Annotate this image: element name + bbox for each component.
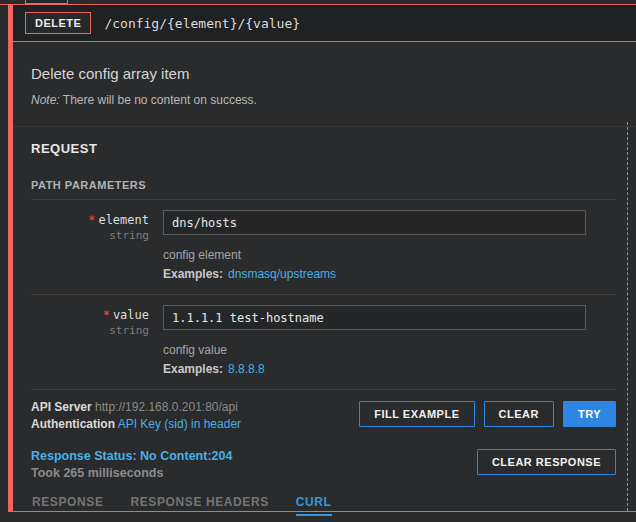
api-server-line: API Server http://192.168.0.201:80/api (31, 399, 241, 416)
focus-dashed-border (627, 122, 628, 511)
response-took-text: Took 265 milliseconds (31, 466, 232, 480)
authentication-line: Authentication API Key (sid) in header (31, 416, 241, 433)
tab-response[interactable]: RESPONSE (32, 495, 104, 516)
element-input[interactable] (163, 210, 586, 235)
endpoint-bottom-divider (8, 511, 636, 512)
request-section-title: REQUEST (31, 141, 636, 156)
note-label: Note: (31, 93, 60, 107)
param-main-element: config element Examples:dnsmasq/upstream… (163, 210, 616, 281)
param-name: *element (31, 213, 149, 227)
example-link-value[interactable]: 8.8.8.8 (228, 362, 265, 376)
endpoint-summary-bar[interactable]: DELETE /config/{element}/{value} (13, 5, 636, 42)
required-asterisk: * (103, 308, 110, 322)
param-type: string (31, 229, 149, 242)
request-buttons: FILL EXAMPLE CLEAR TRY (359, 399, 616, 427)
param-examples: Examples:dnsmasq/upstreams (163, 267, 616, 281)
api-meta-row: API Server http://192.168.0.201:80/api A… (31, 399, 616, 433)
param-type: string (31, 324, 149, 337)
examples-label: Examples: (163, 267, 223, 281)
tab-curl[interactable]: CURL (296, 495, 332, 516)
param-name: *value (31, 308, 149, 322)
endpoint-title: Delete config array item (31, 65, 636, 82)
param-main-value: config value Examples:8.8.8.8 (163, 305, 616, 376)
fill-example-button[interactable]: FILL EXAMPLE (359, 401, 474, 427)
endpoint-note: Note: There will be no content on succes… (31, 93, 636, 107)
examples-label: Examples: (163, 362, 223, 376)
required-asterisk: * (88, 213, 95, 227)
authentication-label: Authentication (31, 417, 115, 431)
request-section-divider (13, 126, 636, 127)
clear-response-button[interactable]: CLEAR RESPONSE (477, 449, 616, 475)
response-status-row: Response Status: No Content:204 Took 265… (31, 449, 616, 480)
param-label-element: *element string (31, 210, 163, 281)
authentication-link[interactable]: API Key (sid) in header (118, 417, 241, 431)
param-row-value: *value string config value Examples:8.8.… (31, 294, 616, 389)
param-row-element: *element string config element Examples:… (31, 199, 616, 294)
endpoint-path: /config/{element}/{value} (104, 16, 300, 31)
response-status-block: Response Status: No Content:204 Took 265… (31, 449, 232, 480)
example-link-element[interactable]: dnsmasq/upstreams (228, 267, 336, 281)
response-status-text: Response Status: No Content:204 (31, 449, 232, 463)
endpoint-body: Delete config array item Note: There wil… (13, 43, 636, 511)
try-button[interactable]: TRY (563, 401, 616, 427)
path-parameters-table: *element string config element Examples:… (31, 199, 616, 390)
api-server-url: http://192.168.0.201:80/api (95, 400, 238, 414)
clear-button[interactable]: CLEAR (484, 401, 554, 427)
param-label-value: *value string (31, 305, 163, 376)
param-description: config element (163, 248, 616, 262)
tab-response-headers[interactable]: RESPONSE HEADERS (131, 495, 269, 516)
value-input[interactable] (163, 305, 586, 330)
param-description: config value (163, 343, 616, 357)
response-tabs: RESPONSE RESPONSE HEADERS CURL (32, 495, 616, 516)
param-examples: Examples:8.8.8.8 (163, 362, 616, 376)
path-parameters-title: PATH PARAMETERS (31, 179, 636, 191)
api-meta-lines: API Server http://192.168.0.201:80/api A… (31, 399, 241, 433)
method-badge: DELETE (25, 12, 91, 34)
note-text: There will be no content on success. (60, 93, 257, 107)
api-server-label: API Server (31, 400, 92, 414)
